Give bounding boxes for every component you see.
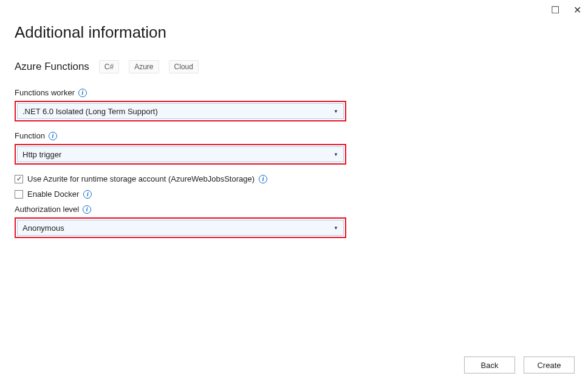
azurite-checkbox[interactable] [15,175,23,183]
dropdown-value: Anonymous [22,223,64,233]
label-text: Functions worker [15,88,75,97]
maximize-icon[interactable]: ☐ [548,2,562,17]
label-text: Function [15,131,45,140]
back-button[interactable]: Back [464,356,515,373]
info-icon[interactable]: i [83,205,91,214]
info-icon[interactable]: i [49,132,57,140]
dropdown-value: .NET 6.0 Isolated (Long Term Support) [22,107,158,116]
authlevel-dropdown[interactable]: Anonymous ▼ [17,220,344,236]
tag-cloud: Cloud [169,60,199,73]
create-button[interactable]: Create [524,356,575,373]
close-icon[interactable]: ✕ [570,2,584,17]
chevron-down-icon: ▼ [333,109,338,114]
azurite-checkbox-row: Use Azurite for runtime storage account … [15,174,573,183]
tag-azure: Azure [129,60,159,73]
authlevel-highlight: Anonymous ▼ [15,217,346,238]
functions-worker-dropdown[interactable]: .NET 6.0 Isolated (Long Term Support) ▼ [17,103,344,119]
footer-buttons: Back Create [464,356,575,373]
authlevel-label: Authorization level i [15,205,573,214]
docker-checkbox[interactable] [15,190,23,199]
chevron-down-icon: ▼ [333,225,338,231]
info-icon[interactable]: i [78,89,87,97]
label-text: Authorization level [15,205,79,214]
docker-checkbox-row: Enable Docker i [15,189,573,199]
dropdown-value: Http trigger [22,150,61,159]
info-icon[interactable]: i [259,175,267,183]
subtitle-row: Azure Functions C# Azure Cloud [15,60,573,73]
azurite-label: Use Azurite for runtime storage account … [27,174,255,183]
page-title: Additional information [15,23,573,42]
function-dropdown[interactable]: Http trigger ▼ [17,146,344,162]
function-label: Function i [15,131,573,140]
docker-label: Enable Docker [27,189,79,199]
tag-csharp: C# [99,60,119,73]
info-icon[interactable]: i [83,190,92,199]
function-highlight: Http trigger ▼ [15,144,346,165]
window-controls: ☐ ✕ [548,2,584,17]
dialog-content: Additional information Azure Functions C… [0,0,588,238]
functions-worker-highlight: .NET 6.0 Isolated (Long Term Support) ▼ [15,101,346,121]
project-type-label: Azure Functions [15,61,89,73]
chevron-down-icon: ▼ [333,152,338,157]
functions-worker-label: Functions worker i [15,88,573,97]
